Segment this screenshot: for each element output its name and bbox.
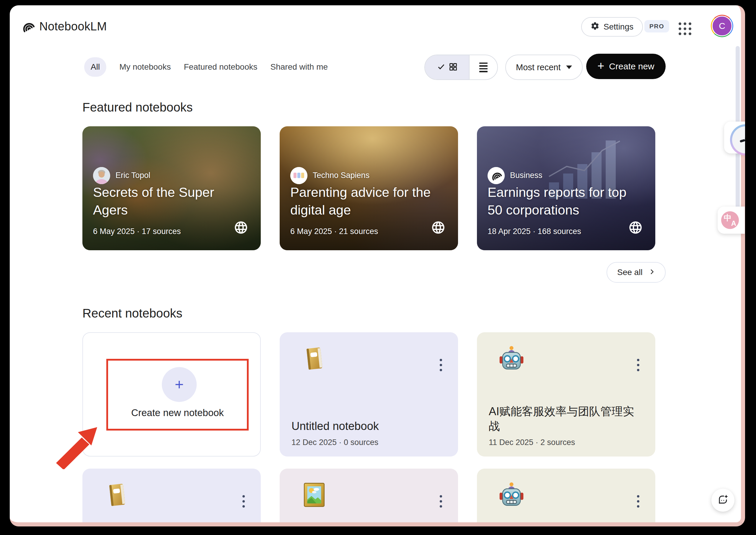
recent-heading: Recent notebooks [82, 306, 183, 321]
app-title: NotebookLM [39, 20, 107, 33]
screen-edge-mask [745, 0, 756, 535]
notebook-emoji-icon [104, 482, 130, 509]
plus-circle: + [162, 367, 197, 402]
more-menu-button[interactable] [438, 356, 444, 374]
tab-featured-notebooks[interactable]: Featured notebooks [184, 62, 257, 72]
author-name: Eric Topol [115, 171, 150, 180]
featured-card-earnings[interactable]: Business Earnings reports for top 50 cor… [477, 126, 655, 250]
tab-my-notebooks[interactable]: My notebooks [119, 62, 171, 72]
globe-icon [431, 220, 446, 235]
sort-label: Most recent [516, 63, 561, 72]
robot-emoji-icon [498, 345, 525, 373]
robot-emoji-icon [498, 482, 525, 509]
notebook-title: Parenting advice for the digital age [290, 183, 447, 219]
author-avatar [290, 167, 307, 184]
notebook-meta: 6 May 2025 · 17 sources [93, 227, 181, 236]
feedback-chat-button[interactable] [711, 489, 735, 512]
notebook-meta: 18 Apr 2025 · 168 sources [488, 227, 581, 236]
list-view-button[interactable] [469, 55, 497, 79]
globe-icon [234, 220, 248, 235]
check-icon [437, 63, 445, 72]
notebook-title: Earnings reports for top 50 corporations [488, 183, 641, 219]
avatar-letter: C [712, 15, 732, 36]
chat-sparkle-icon [716, 493, 729, 507]
notebook-card-untitled[interactable]: Untitled notebook 12 Dec 2025 · 0 source… [280, 332, 458, 457]
notebook-card-partial-2[interactable] [280, 468, 458, 526]
translate-extension-button[interactable]: 中 A [718, 207, 745, 234]
author-avatar [93, 167, 110, 184]
settings-label: Settings [604, 22, 633, 32]
create-new-notebook-card[interactable]: + Create new notebook [82, 332, 261, 457]
featured-heading: Featured notebooks [82, 100, 193, 115]
featured-card-super-agers[interactable]: Eric Topol Secrets of the Super Agers 6 … [82, 126, 261, 250]
notebook-emoji-icon [301, 345, 327, 373]
account-avatar[interactable]: C [711, 15, 733, 37]
create-new-button[interactable]: + Create new [586, 54, 666, 79]
notebook-title: Secrets of the Super Agers [93, 183, 241, 219]
notebooklm-logo-icon [20, 18, 35, 34]
tab-shared-with-me[interactable]: Shared with me [270, 62, 328, 72]
create-new-notebook-label: Create new notebook [108, 407, 247, 418]
list-view-icon [479, 63, 488, 72]
plus-icon: + [175, 376, 184, 393]
notebooklm-window: NotebookLM Settings PRO C All My noteboo… [10, 5, 745, 526]
annotation-red-arrow [53, 425, 100, 469]
grid-view-icon [449, 63, 457, 72]
more-menu-button[interactable] [635, 356, 642, 374]
grid-view-button[interactable] [425, 55, 469, 79]
notebook-meta: 11 Dec 2025 · 2 sources [489, 438, 575, 447]
notebook-title: AI赋能客服效率与团队管理实战 [489, 404, 641, 434]
notebook-card-partial-3[interactable] [477, 468, 655, 526]
sort-dropdown[interactable]: Most recent [505, 55, 583, 80]
pro-badge: PRO [644, 20, 669, 33]
featured-card-parenting[interactable]: Techno Sapiens Parenting advice for the … [280, 126, 458, 250]
more-menu-button[interactable] [635, 493, 642, 510]
notebook-meta: 12 Dec 2025 · 0 sources [291, 438, 378, 447]
annotation-red-rectangle: + Create new notebook [106, 359, 249, 431]
notebook-title: Untitled notebook [291, 419, 379, 434]
more-menu-button[interactable] [240, 493, 247, 510]
chevron-right-icon [649, 268, 655, 277]
settings-button[interactable]: Settings [581, 17, 643, 37]
caret-down-icon [566, 66, 572, 69]
filter-tabs: All My notebooks Featured notebooks Shar… [84, 57, 328, 77]
framed-picture-emoji-icon [301, 482, 327, 509]
notebook-card-partial-1[interactable] [82, 468, 261, 526]
tab-all[interactable]: All [84, 57, 106, 77]
author-name: Techno Sapiens [313, 171, 370, 180]
translate-icon: 中 A [721, 211, 739, 229]
notebook-meta: 6 May 2025 · 21 sources [290, 227, 378, 236]
notebook-card-ai-chinese[interactable]: AI赋能客服效率与团队管理实战 11 Dec 2025 · 2 sources [477, 332, 655, 457]
app-logo[interactable]: NotebookLM [20, 18, 107, 34]
apps-grid-button[interactable] [679, 22, 691, 35]
create-new-label: Create new [609, 61, 654, 71]
more-menu-button[interactable] [438, 493, 444, 510]
see-all-button[interactable]: See all [607, 262, 666, 283]
gear-icon [590, 21, 599, 33]
author-avatar [488, 167, 505, 184]
author-name: Business [510, 171, 542, 180]
globe-icon [628, 220, 643, 235]
see-all-label: See all [617, 268, 643, 277]
view-toggle [424, 55, 498, 80]
